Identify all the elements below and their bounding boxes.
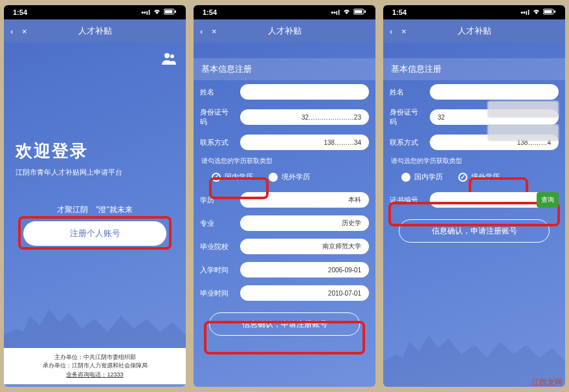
phone-value: 12333 <box>107 371 123 378</box>
status-indicators: ••ıl <box>141 8 177 16</box>
svg-point-4 <box>170 54 174 58</box>
school-label: 毕业院校 <box>200 242 235 252</box>
major-input[interactable]: 历史学 <box>240 215 369 231</box>
phone-label: 联系方式 <box>390 138 425 147</box>
row-major: 专业 历史学 <box>194 212 375 235</box>
row-phone: 联系方式 138………34 <box>194 131 375 154</box>
row-name: 姓名 <box>383 80 565 103</box>
wifi-icon <box>532 8 541 16</box>
wifi-icon <box>342 8 351 16</box>
svg-rect-2 <box>175 10 176 13</box>
sponsor-label: 主办单位： <box>54 354 84 360</box>
id-label: 身份证号码 <box>390 107 425 127</box>
section-title: 基本信息注册 <box>383 58 565 80</box>
edu-radio-group: 国内学历 境外学历 <box>383 168 565 188</box>
close-button[interactable]: × <box>212 27 223 36</box>
status-indicators: ••ıl <box>331 8 366 16</box>
content-area: 基本信息注册 姓名 身份证号码 32…………………23 联系方式 138………3… <box>194 43 375 387</box>
phone-input[interactable]: 138………34 <box>240 135 369 150</box>
welcome-title: 欢迎登录 <box>16 140 122 162</box>
signal-icon: ••ıl <box>141 8 150 16</box>
radio-abroad[interactable]: 境外学历 <box>269 172 310 182</box>
row-id: 身份证号码 32…………………23 <box>194 103 375 131</box>
watermark: 江西龙网 <box>531 377 563 388</box>
phone-screen-3: 1:54 ••ıl ‹ × 人才补贴 基本信息注册 姓名 身份证号码 32 联系… <box>383 5 565 387</box>
enroll-label: 入学时间 <box>200 265 235 275</box>
svg-point-3 <box>164 53 170 58</box>
svg-rect-9 <box>544 10 552 14</box>
nav-bar: ‹ × 人才补贴 <box>4 19 186 43</box>
name-label: 姓名 <box>390 87 425 97</box>
id-input[interactable]: 32…………………23 <box>240 109 369 125</box>
wifi-icon <box>153 8 161 16</box>
content-area: 欢迎登录 江阴市青年人才补贴网上申请平台 才聚江阴 "澄"就未来 注册个人账号 … <box>4 43 186 387</box>
row-grad: 毕业时间 2010-07-01 <box>194 281 375 305</box>
status-bar: 1:54 ••ıl <box>383 5 565 19</box>
signal-icon: ••ıl <box>520 8 530 16</box>
row-school: 毕业院校 南京师范大学 <box>194 235 375 258</box>
radio-domestic[interactable]: 国内学历 <box>401 172 443 182</box>
undertake-label: 承办单位： <box>43 362 72 369</box>
check-icon <box>458 173 467 182</box>
edu-hint: 请勾选您的学历获取类型 <box>383 154 565 168</box>
back-button[interactable]: ‹ <box>200 27 212 36</box>
radio-domestic[interactable]: 国内学历 <box>212 172 253 182</box>
svg-rect-10 <box>554 10 555 13</box>
name-label: 姓名 <box>200 87 235 97</box>
status-bar: 1:54 ••ıl <box>194 5 375 19</box>
radio-abroad[interactable]: 境外学历 <box>458 172 500 182</box>
degree-input[interactable]: 本科 <box>240 192 369 208</box>
nav-title: 人才补贴 <box>223 25 346 37</box>
radio-icon <box>269 173 278 182</box>
section-title: 基本信息注册 <box>194 58 375 80</box>
welcome-subtitle: 江阴市青年人才补贴网上申请平台 <box>16 168 122 177</box>
svg-rect-6 <box>355 10 363 14</box>
radio-domestic-label: 国内学历 <box>414 172 443 182</box>
status-time: 1:54 <box>392 8 407 16</box>
row-degree: 学历 本科 <box>194 188 375 212</box>
welcome-block: 欢迎登录 江阴市青年人才补贴网上申请平台 <box>16 140 122 177</box>
phone-screen-1: 1:54 ••ıl ‹ × 人才补贴 欢迎登录 江阴市青年人才补贴网上申请平台 … <box>4 5 186 387</box>
footer: 主办单位：中共江阴市委组织部 承办单位：江阴市人力资源和社会保障局 业务咨询电话… <box>4 348 186 385</box>
radio-icon <box>401 173 410 182</box>
nav-title: 人才补贴 <box>34 25 156 37</box>
radio-abroad-label: 境外学历 <box>471 172 500 182</box>
tagline: 才聚江阴 "澄"就未来 <box>4 204 186 215</box>
close-button[interactable]: × <box>401 27 413 36</box>
undertake-value: 江阴市人力资源和社会保障局 <box>72 362 148 369</box>
phone-screen-2: 1:54 ••ıl ‹ × 人才补贴 基本信息注册 姓名 身份证号码 32………… <box>194 5 375 387</box>
status-time: 1:54 <box>13 8 27 16</box>
edu-hint: 请勾选您的学历获取类型 <box>194 154 375 168</box>
svg-rect-7 <box>364 10 366 13</box>
name-input[interactable] <box>240 84 369 100</box>
back-button[interactable]: ‹ <box>390 27 401 36</box>
battery-icon <box>353 8 366 16</box>
register-button[interactable]: 注册个人账号 <box>23 221 166 246</box>
name-input[interactable] <box>430 84 559 100</box>
row-enroll: 入学时间 2006-09-01 <box>194 258 375 281</box>
enroll-input[interactable]: 2006-09-01 <box>240 262 369 278</box>
grad-label: 毕业时间 <box>200 289 235 298</box>
major-label: 专业 <box>200 219 235 228</box>
confirm-button[interactable]: 信息确认，申请注册账号 <box>209 312 360 336</box>
query-button[interactable]: 查询 <box>537 192 559 208</box>
battery-icon <box>164 8 177 16</box>
nav-title: 人才补贴 <box>413 25 535 37</box>
check-icon <box>212 173 221 182</box>
nav-bar: ‹ × 人才补贴 <box>383 19 565 43</box>
content-area: 基本信息注册 姓名 身份证号码 32 联系方式 138………4 请勾选您的学历获… <box>383 43 565 387</box>
people-icon[interactable] <box>161 52 177 65</box>
row-name: 姓名 <box>194 80 375 103</box>
grad-input[interactable]: 2010-07-01 <box>240 285 369 301</box>
back-button[interactable]: ‹ <box>10 27 22 36</box>
status-indicators: ••ıl <box>520 8 556 16</box>
id-label: 身份证号码 <box>200 107 235 127</box>
close-button[interactable]: × <box>22 27 34 36</box>
school-input[interactable]: 南京师范大学 <box>240 239 369 254</box>
cert-label: 证书编号 <box>390 195 425 205</box>
battery-icon <box>543 8 556 16</box>
edu-radio-group: 国内学历 境外学历 <box>194 168 375 188</box>
confirm-button[interactable]: 信息确认，申请注册账号 <box>399 219 550 243</box>
radio-abroad-label: 境外学历 <box>282 172 310 182</box>
status-time: 1:54 <box>203 8 217 16</box>
